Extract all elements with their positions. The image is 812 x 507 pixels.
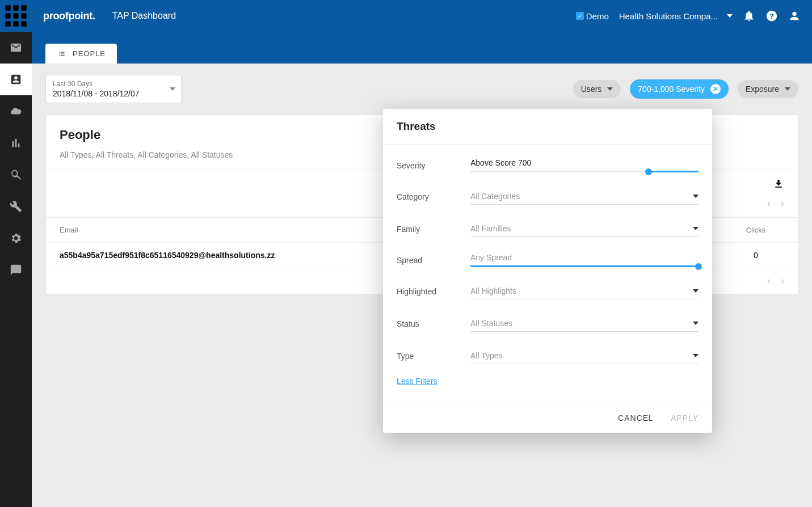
family-value: All Families <box>470 224 511 233</box>
pager-prev-icon[interactable]: ‹ <box>767 197 771 209</box>
pager-prev-icon[interactable]: ‹ <box>767 275 771 287</box>
chevron-down-icon <box>170 87 175 91</box>
cell-clicks: 0 <box>727 251 784 260</box>
pill-users-label: Users <box>581 84 602 94</box>
popover-title: Threats <box>397 120 699 133</box>
status-label: Status <box>397 319 470 328</box>
subheader: PEOPLE <box>32 32 812 64</box>
left-rail <box>0 0 32 507</box>
svg-text:?: ? <box>769 12 774 20</box>
highlighted-value: All Highlights <box>470 286 516 295</box>
pill-severity-filter[interactable]: 700-1,000 Severity ✕ <box>630 79 729 99</box>
nav-search-icon[interactable] <box>0 159 32 191</box>
daterange-picker[interactable]: Last 30 Days 2018/11/08 - 2018/12/07 <box>45 75 182 103</box>
type-value: All Types <box>470 351 503 360</box>
category-value: All Categories <box>470 192 520 201</box>
daterange-value: 2018/11/08 - 2018/12/07 <box>53 89 158 98</box>
highlighted-select[interactable]: All Highlights <box>470 283 699 299</box>
family-label: Family <box>397 225 470 234</box>
pill-severity-label: 700-1,000 Severity <box>638 84 705 94</box>
pill-users[interactable]: Users <box>573 80 621 98</box>
tab-label: PEOPLE <box>73 49 106 58</box>
daterange-caption: Last 30 Days <box>53 80 158 88</box>
slider-thumb[interactable] <box>695 263 702 270</box>
chevron-down-icon <box>693 227 699 230</box>
chevron-down-icon <box>693 195 699 198</box>
chevron-down-icon <box>785 87 790 91</box>
nav-cloud-icon[interactable] <box>0 95 32 127</box>
close-icon[interactable]: ✕ <box>710 84 721 94</box>
header: proofpoint. TAP Dashboard ✓ Demo Health … <box>32 0 812 32</box>
help-icon[interactable]: ? <box>765 10 778 22</box>
list-icon <box>57 50 67 58</box>
nav-chart-icon[interactable] <box>0 127 32 159</box>
chevron-down-icon <box>693 289 699 293</box>
pager-bottom: ‹ › <box>767 275 784 287</box>
org-name: Health Solutions Compa... <box>619 11 718 21</box>
type-label: Type <box>397 352 470 361</box>
family-select[interactable]: All Families <box>470 221 699 237</box>
status-value: All Statuses <box>470 319 512 328</box>
download-icon[interactable] <box>773 178 784 189</box>
status-select[interactable]: All Statuses <box>470 315 699 332</box>
apply-button[interactable]: APPLY <box>671 413 699 422</box>
less-filters-link[interactable]: Less Filters <box>397 372 437 394</box>
app-title: TAP Dashboard <box>112 11 176 21</box>
pager-next-icon[interactable]: › <box>781 197 784 209</box>
demo-label: Demo <box>586 11 609 21</box>
category-label: Category <box>397 192 470 201</box>
pill-exposure-label: Exposure <box>746 84 779 94</box>
chevron-down-icon <box>693 322 699 325</box>
chevron-down-icon <box>607 87 613 91</box>
logo: proofpoint. <box>43 10 95 22</box>
check-icon: ✓ <box>576 12 584 20</box>
type-select[interactable]: All Types <box>470 348 699 364</box>
slider-thumb[interactable] <box>645 168 652 175</box>
chevron-down-icon <box>727 14 733 18</box>
nav-people-icon[interactable] <box>0 64 32 95</box>
highlighted-label: Highlighted <box>397 287 470 296</box>
spread-label: Spread <box>397 256 470 265</box>
threats-popover: Threats Severity Above Score 700 Categor… <box>383 109 712 433</box>
spread-value: Any Spread <box>470 253 699 262</box>
bell-icon[interactable] <box>743 10 755 22</box>
nav-settings-icon[interactable] <box>0 222 32 254</box>
spread-slider[interactable]: Any Spread <box>470 253 699 267</box>
pager-next-icon[interactable]: › <box>781 275 784 287</box>
category-select[interactable]: All Categories <box>470 188 699 205</box>
severity-slider[interactable]: Above Score 700 <box>470 158 699 172</box>
org-dropdown[interactable]: Health Solutions Compa... <box>619 11 733 21</box>
cancel-button[interactable]: CANCEL <box>618 413 654 422</box>
app-grid-icon[interactable] <box>0 0 32 32</box>
col-clicks-header: Clicks <box>727 226 784 234</box>
tab-people[interactable]: PEOPLE <box>45 44 117 64</box>
severity-label: Severity <box>397 161 470 170</box>
pager-top: ‹ › <box>767 197 784 209</box>
pill-exposure[interactable]: Exposure <box>738 80 798 98</box>
chevron-down-icon <box>693 354 699 357</box>
nav-mail-icon[interactable] <box>0 32 32 64</box>
demo-toggle[interactable]: ✓ Demo <box>576 11 609 21</box>
nav-wrench-icon[interactable] <box>0 191 32 222</box>
nav-chat-icon[interactable] <box>0 254 32 286</box>
severity-value: Above Score 700 <box>470 158 699 167</box>
user-icon[interactable] <box>788 10 801 22</box>
